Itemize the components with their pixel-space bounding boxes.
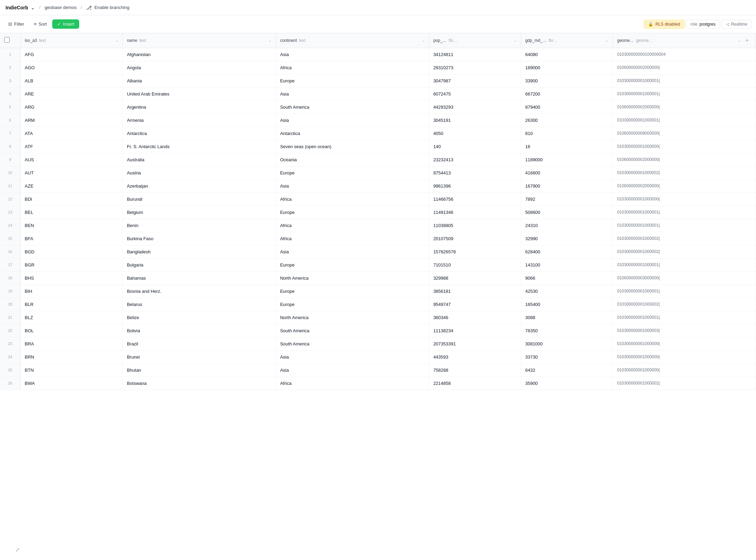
cell-gdp[interactable]: 143100 <box>521 258 613 271</box>
cell-iso[interactable]: BFA <box>20 232 122 245</box>
cell-name[interactable]: Afghanistan <box>122 48 276 61</box>
cell-continent[interactable]: Asia <box>276 48 429 61</box>
cell-name[interactable]: Brazil <box>122 337 276 350</box>
cell-iso[interactable]: BOL <box>20 324 122 337</box>
nav-project[interactable]: geobase demos <box>45 5 77 10</box>
cell-name[interactable]: Botswana <box>122 377 276 390</box>
cell-continent[interactable]: Oceania <box>276 153 429 166</box>
cell-continent[interactable]: Antarctica <box>276 127 429 140</box>
cell-name[interactable]: Burkina Faso <box>122 232 276 245</box>
cell-iso[interactable]: BHS <box>20 271 122 284</box>
cell-gdp[interactable]: 35900 <box>521 377 613 390</box>
cell-name[interactable]: Albania <box>122 74 276 87</box>
cell-iso[interactable]: BDI <box>20 192 122 206</box>
cell-gdp[interactable]: 879400 <box>521 100 613 114</box>
cell-gdp[interactable]: 78350 <box>521 324 613 337</box>
cell-pop[interactable]: 329988 <box>429 271 521 284</box>
cell-pop[interactable]: 29310273 <box>429 61 521 74</box>
cell-continent[interactable]: North America <box>276 271 429 284</box>
cell-iso[interactable]: BRN <box>20 350 122 363</box>
role-badge[interactable]: role postgres <box>686 20 720 29</box>
cell-iso[interactable]: BIH <box>20 284 122 298</box>
cell-iso[interactable]: ALB <box>20 74 122 87</box>
cell-gdp[interactable]: 9066 <box>521 271 613 284</box>
cell-name[interactable]: Bhutan <box>122 363 276 377</box>
cell-continent[interactable]: South America <box>276 100 429 114</box>
cell-continent[interactable]: Africa <box>276 192 429 206</box>
cell-gdp[interactable]: 1189000 <box>521 153 613 166</box>
cell-gdp[interactable]: 6432 <box>521 363 613 377</box>
cell-gdp[interactable]: 416600 <box>521 166 613 179</box>
cell-gdp[interactable]: 64080 <box>521 48 613 61</box>
cell-iso[interactable]: BLZ <box>20 311 122 324</box>
cell-iso[interactable]: ARE <box>20 87 122 100</box>
cell-gdp[interactable]: 3081000 <box>521 337 613 350</box>
cell-name[interactable]: Bolivia <box>122 324 276 337</box>
col-name-sort-icon[interactable]: ⌄ <box>269 38 271 42</box>
cell-continent[interactable]: Europe <box>276 74 429 87</box>
cell-name[interactable]: Benin <box>122 219 276 232</box>
cell-pop[interactable]: 20107509 <box>429 232 521 245</box>
header-gdp[interactable]: gdp_md_… flo… ⌄ <box>521 33 613 48</box>
cell-gdp[interactable]: 810 <box>521 127 613 140</box>
cell-name[interactable]: Burundi <box>122 192 276 206</box>
cell-pop[interactable]: 157826578 <box>429 245 521 258</box>
cell-pop[interactable]: 9549747 <box>429 298 521 311</box>
cell-iso[interactable]: ATF <box>20 140 122 153</box>
realtime-badge[interactable]: ◁ Realtime <box>721 20 752 29</box>
cell-continent[interactable]: Asia <box>276 245 429 258</box>
expand-icon[interactable]: ⤢ <box>15 547 20 553</box>
cell-name[interactable]: Argentina <box>122 100 276 114</box>
cell-name[interactable]: Bosnia and Herz. <box>122 284 276 298</box>
cell-continent[interactable]: Africa <box>276 219 429 232</box>
cell-name[interactable]: Armenia <box>122 114 276 127</box>
cell-gdp[interactable]: 3088 <box>521 311 613 324</box>
cell-iso[interactable]: BRA <box>20 337 122 350</box>
cell-name[interactable]: Austria <box>122 166 276 179</box>
cell-pop[interactable]: 3045191 <box>429 114 521 127</box>
cell-pop[interactable]: 11466756 <box>429 192 521 206</box>
filter-button[interactable]: ⊟ Filter <box>4 19 28 29</box>
cell-iso[interactable]: BLR <box>20 298 122 311</box>
cell-continent[interactable]: Asia <box>276 114 429 127</box>
header-continent[interactable]: continent text ⌄ <box>276 33 429 48</box>
cell-continent[interactable]: South America <box>276 324 429 337</box>
col-iso-sort-icon[interactable]: ⌄ <box>116 38 118 42</box>
cell-gdp[interactable]: 165400 <box>521 298 613 311</box>
cell-continent[interactable]: Asia <box>276 87 429 100</box>
cell-iso[interactable]: BGR <box>20 258 122 271</box>
cell-continent[interactable]: Europe <box>276 298 429 311</box>
cell-iso[interactable]: AZE <box>20 179 122 192</box>
cell-name[interactable]: Angola <box>122 61 276 74</box>
insert-button[interactable]: ✓ Insert <box>52 19 79 29</box>
cell-name[interactable]: Azerbaijan <box>122 179 276 192</box>
cell-gdp[interactable]: 42530 <box>521 284 613 298</box>
cell-iso[interactable]: BTN <box>20 363 122 377</box>
add-column-button[interactable]: + <box>743 37 752 44</box>
cell-continent[interactable]: Africa <box>276 377 429 390</box>
cell-iso[interactable]: AUT <box>20 166 122 179</box>
cell-gdp[interactable]: 628400 <box>521 245 613 258</box>
cell-continent[interactable]: Asia <box>276 350 429 363</box>
cell-continent[interactable]: Seven seas (open ocean) <box>276 140 429 153</box>
cell-gdp[interactable]: 508600 <box>521 206 613 219</box>
cell-pop[interactable]: 758288 <box>429 363 521 377</box>
cell-pop[interactable]: 3047987 <box>429 74 521 87</box>
sort-button[interactable]: ≡ Sort <box>30 19 51 29</box>
col-gdp-sort-icon[interactable]: ⌄ <box>606 38 608 42</box>
cell-name[interactable]: Bahamas <box>122 271 276 284</box>
cell-iso[interactable]: BEL <box>20 206 122 219</box>
cell-pop[interactable]: 6072475 <box>429 87 521 100</box>
cell-pop[interactable]: 443593 <box>429 350 521 363</box>
cell-name[interactable]: Bulgaria <box>122 258 276 271</box>
header-iso[interactable]: iso_a3 text ⌄ <box>20 33 122 48</box>
cell-continent[interactable]: South America <box>276 337 429 350</box>
cell-gdp[interactable]: 7892 <box>521 192 613 206</box>
cell-iso[interactable]: AFG <box>20 48 122 61</box>
col-continent-sort-icon[interactable]: ⌄ <box>422 38 425 42</box>
cell-continent[interactable]: Europe <box>276 258 429 271</box>
cell-continent[interactable]: Europe <box>276 166 429 179</box>
cell-pop[interactable]: 360346 <box>429 311 521 324</box>
cell-pop[interactable]: 11038805 <box>429 219 521 232</box>
nav-brand[interactable]: IndieCorb <box>6 5 28 10</box>
